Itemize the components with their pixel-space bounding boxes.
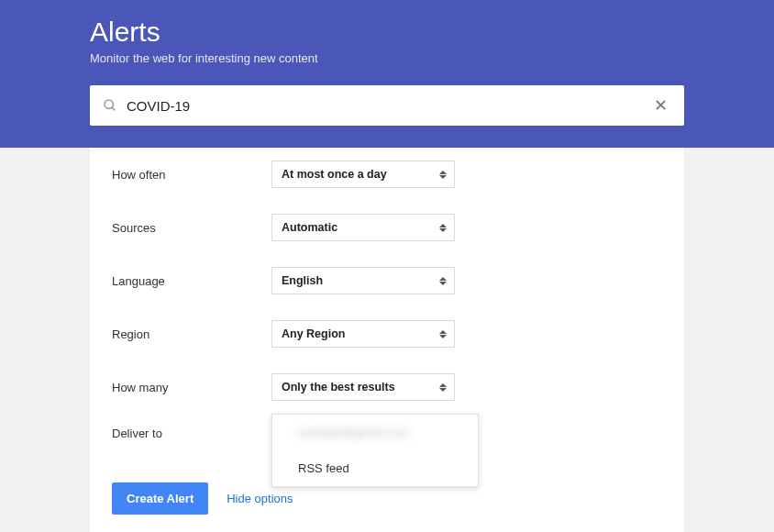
search-icon xyxy=(103,98,117,113)
svg-line-1 xyxy=(112,107,115,110)
row-deliver-to: Deliver to example@gmail.com RSS feed xyxy=(112,414,662,453)
header: Alerts Monitor the web for interesting n… xyxy=(0,0,774,148)
option-email[interactable]: example@gmail.com xyxy=(272,415,478,450)
label-sources: Sources xyxy=(112,221,271,235)
select-value: Automatic xyxy=(282,221,337,234)
search-input[interactable] xyxy=(117,98,650,114)
select-value: At most once a day xyxy=(282,168,387,181)
deliver-to-dropdown: example@gmail.com RSS feed xyxy=(271,414,479,487)
select-value: Only the best results xyxy=(282,381,395,393)
select-how-often[interactable]: At most once a day xyxy=(271,161,455,188)
select-value: Any Region xyxy=(282,327,345,340)
select-language[interactable]: English xyxy=(271,267,455,294)
select-region[interactable]: Any Region xyxy=(271,320,455,348)
row-how-many: How many Only the best results xyxy=(112,360,662,414)
row-region: Region Any Region xyxy=(112,307,662,360)
page-title: Alerts xyxy=(90,17,684,48)
select-arrows-icon xyxy=(439,224,447,232)
options-card: How often At most once a day Sources Aut… xyxy=(90,148,684,532)
page-subtitle: Monitor the web for interesting new cont… xyxy=(90,51,684,65)
hide-options-link[interactable]: Hide options xyxy=(227,492,293,505)
select-arrows-icon xyxy=(439,277,447,285)
row-language: Language English xyxy=(112,254,662,307)
label-how-many: How many xyxy=(112,381,271,394)
svg-point-0 xyxy=(105,100,113,108)
create-alert-button[interactable]: Create Alert xyxy=(112,482,208,515)
select-arrows-icon xyxy=(439,383,447,392)
option-rss-feed[interactable]: RSS feed xyxy=(272,450,478,486)
label-region: Region xyxy=(112,327,271,341)
select-how-many[interactable]: Only the best results xyxy=(271,373,455,401)
select-sources[interactable]: Automatic xyxy=(271,214,455,241)
label-deliver-to: Deliver to xyxy=(112,427,271,440)
row-how-often: How often At most once a day xyxy=(112,148,662,201)
row-sources: Sources Automatic xyxy=(112,201,662,254)
label-language: Language xyxy=(112,274,271,288)
search-box[interactable]: ✕ xyxy=(90,85,684,126)
select-value: English xyxy=(282,274,323,287)
label-how-often: How often xyxy=(112,168,271,182)
clear-icon[interactable]: ✕ xyxy=(650,94,671,117)
select-arrows-icon xyxy=(439,171,447,179)
select-arrows-icon xyxy=(439,330,447,338)
